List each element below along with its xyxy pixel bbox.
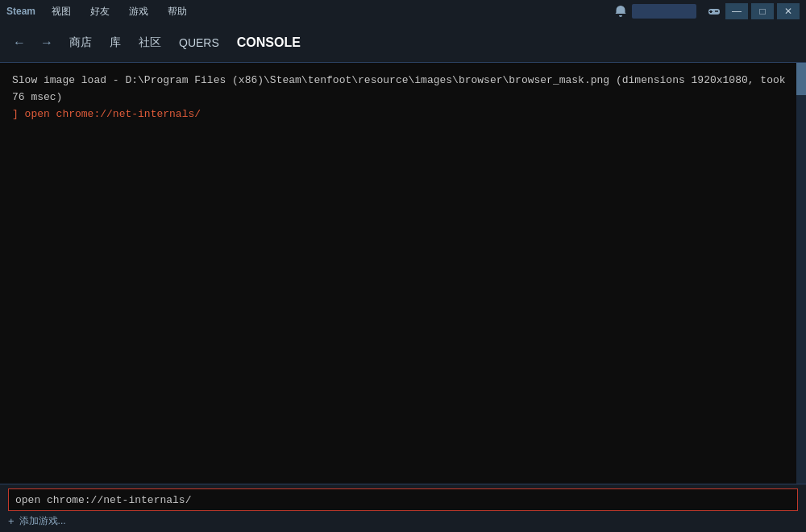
nav-console[interactable]: CONSOLE: [231, 32, 307, 53]
menu-games[interactable]: 游戏: [126, 3, 152, 20]
menu-friends[interactable]: 好友: [87, 3, 113, 20]
title-bar-left: Steam 视图 好友 游戏 帮助: [6, 3, 190, 20]
svg-rect-2: [709, 11, 713, 12]
nav-library[interactable]: 库: [103, 32, 127, 53]
log-line-1: Slow image load - D:\Program Files (x86)…: [12, 73, 794, 106]
menu-help[interactable]: 帮助: [164, 3, 190, 20]
user-name-area[interactable]: [632, 4, 696, 19]
maximize-button[interactable]: □: [751, 3, 774, 19]
back-button[interactable]: ←: [8, 32, 31, 53]
nav-quers[interactable]: QUERS: [172, 33, 226, 52]
scrollbar-thumb[interactable]: [796, 63, 806, 95]
close-button[interactable]: ✕: [777, 3, 800, 19]
console-output: Slow image load - D:\Program Files (x86)…: [0, 63, 806, 484]
forward-button[interactable]: →: [35, 32, 58, 53]
notification-icon[interactable]: [613, 4, 629, 19]
title-bar: Steam 视图 好友 游戏 帮助 — □ ✕: [0, 0, 806, 23]
controller-icon[interactable]: [706, 4, 722, 19]
add-game-plus-icon: +: [8, 515, 15, 527]
svg-point-3: [715, 10, 717, 12]
steam-menu[interactable]: Steam: [6, 6, 35, 17]
nav-community[interactable]: 社区: [132, 32, 168, 53]
command-text: open chrome://net-internals/: [25, 108, 201, 120]
minimize-button[interactable]: —: [725, 3, 748, 19]
title-bar-right: — □ ✕: [613, 3, 800, 19]
nav-bar: ← → 商店 库 社区 QUERS CONSOLE: [0, 23, 806, 63]
bottom-bar: + 添加游戏...: [0, 484, 806, 532]
add-game-link[interactable]: 添加游戏...: [19, 514, 66, 528]
command-prefix: ]: [12, 108, 25, 120]
svg-point-4: [717, 10, 718, 12]
input-row: [8, 488, 798, 511]
console-input[interactable]: [8, 488, 798, 511]
add-game-row: + 添加游戏...: [8, 514, 798, 528]
menu-view[interactable]: 视图: [48, 3, 74, 20]
scrollbar[interactable]: [796, 63, 806, 484]
command-line-1: ] open chrome://net-internals/: [12, 106, 794, 123]
nav-shop[interactable]: 商店: [63, 32, 98, 53]
main-area: Slow image load - D:\Program Files (x86)…: [0, 63, 806, 484]
